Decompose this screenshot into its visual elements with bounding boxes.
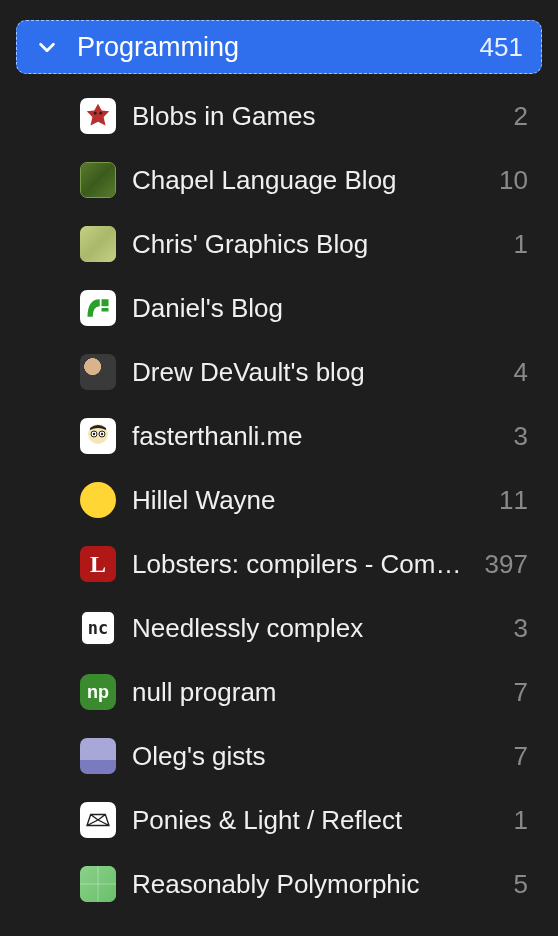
feed-name: Ponies & Light / Reflect bbox=[132, 805, 514, 836]
feed-favicon bbox=[80, 162, 116, 198]
feed-name: null program bbox=[132, 677, 514, 708]
feed-item[interactable]: L Lobsters: compilers - Compilers 397 bbox=[80, 532, 528, 596]
feed-name: Reasonably Polymorphic bbox=[132, 869, 514, 900]
feed-favicon: np bbox=[80, 674, 116, 710]
feed-item[interactable]: Daniel's Blog bbox=[80, 276, 528, 340]
feed-item[interactable]: Hillel Wayne 11 bbox=[80, 468, 528, 532]
feed-item[interactable]: Reasonably Polymorphic 5 bbox=[80, 852, 528, 916]
feed-favicon bbox=[80, 226, 116, 262]
feed-favicon bbox=[80, 354, 116, 390]
folder-title: Programming bbox=[67, 32, 480, 63]
feed-name: Daniel's Blog bbox=[132, 293, 528, 324]
feed-name: Chapel Language Blog bbox=[132, 165, 499, 196]
feed-item[interactable]: Chris' Graphics Blog 1 bbox=[80, 212, 528, 276]
feed-list: Blobs in Games 2 Chapel Language Blog 10… bbox=[0, 84, 558, 916]
feed-favicon bbox=[80, 738, 116, 774]
feed-unread-count: 3 bbox=[514, 613, 528, 644]
feed-name: Chris' Graphics Blog bbox=[132, 229, 514, 260]
feed-unread-count: 2 bbox=[514, 101, 528, 132]
feed-favicon bbox=[80, 866, 116, 902]
feed-name: Blobs in Games bbox=[132, 101, 514, 132]
feed-item[interactable]: Chapel Language Blog 10 bbox=[80, 148, 528, 212]
feed-favicon bbox=[80, 802, 116, 838]
folder-header[interactable]: Programming 451 bbox=[16, 20, 542, 74]
feed-unread-count: 5 bbox=[514, 869, 528, 900]
feed-name: Lobsters: compilers - Compilers bbox=[132, 549, 485, 580]
feed-unread-count: 7 bbox=[514, 677, 528, 708]
svg-rect-2 bbox=[102, 299, 109, 306]
svg-point-0 bbox=[94, 112, 97, 115]
feed-name: Needlessly complex bbox=[132, 613, 514, 644]
chevron-down-icon bbox=[27, 36, 67, 58]
feed-name: Oleg's gists bbox=[132, 741, 514, 772]
feed-unread-count: 1 bbox=[514, 805, 528, 836]
feed-favicon bbox=[80, 482, 116, 518]
feed-favicon: nc bbox=[80, 610, 116, 646]
feed-unread-count: 11 bbox=[499, 485, 528, 516]
svg-point-1 bbox=[99, 112, 102, 115]
feed-item[interactable]: Blobs in Games 2 bbox=[80, 84, 528, 148]
feed-item[interactable]: Ponies & Light / Reflect 1 bbox=[80, 788, 528, 852]
feed-unread-count: 1 bbox=[514, 229, 528, 260]
feed-unread-count: 10 bbox=[499, 165, 528, 196]
feed-name: fasterthanli.me bbox=[132, 421, 514, 452]
feed-favicon bbox=[80, 418, 116, 454]
feed-unread-count: 397 bbox=[485, 549, 528, 580]
feed-item[interactable]: np null program 7 bbox=[80, 660, 528, 724]
feed-favicon bbox=[80, 98, 116, 134]
feed-name: Drew DeVault's blog bbox=[132, 357, 514, 388]
folder-unread-count: 451 bbox=[480, 32, 523, 63]
feed-favicon bbox=[80, 290, 116, 326]
feed-unread-count: 3 bbox=[514, 421, 528, 452]
svg-point-7 bbox=[93, 433, 95, 435]
svg-rect-3 bbox=[102, 308, 109, 312]
feed-name: Hillel Wayne bbox=[132, 485, 499, 516]
feed-item[interactable]: Oleg's gists 7 bbox=[80, 724, 528, 788]
feed-item[interactable]: fasterthanli.me 3 bbox=[80, 404, 528, 468]
feed-item[interactable]: nc Needlessly complex 3 bbox=[80, 596, 528, 660]
feed-unread-count: 7 bbox=[514, 741, 528, 772]
feed-unread-count: 4 bbox=[514, 357, 528, 388]
svg-point-8 bbox=[101, 433, 103, 435]
feed-favicon: L bbox=[80, 546, 116, 582]
feed-item[interactable]: Drew DeVault's blog 4 bbox=[80, 340, 528, 404]
